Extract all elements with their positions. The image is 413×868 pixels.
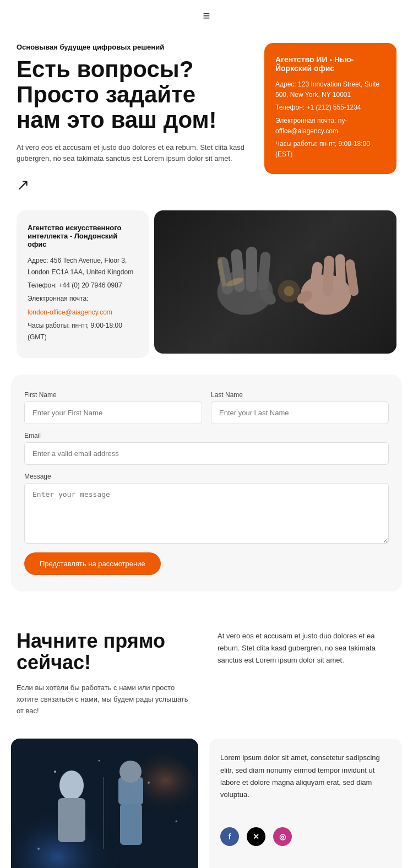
first-name-label: First Name [24,391,202,399]
svg-rect-11 [335,254,346,296]
start-right: At vero eos et accusam et justo duo dolo… [218,630,396,666]
message-label: Message [24,473,389,480]
bottom-image [11,739,198,868]
contact-form-section: First Name Last Name Email Message Предс… [11,375,402,592]
svg-point-21 [148,782,150,784]
london-address: Адрес: 456 Tech Avenue, Floor 3, London … [28,255,138,278]
last-name-input[interactable] [211,402,389,424]
last-name-label: Last Name [211,391,389,399]
start-section: Начните прямо сейчас! Если вы хотели бы … [0,608,413,734]
svg-rect-3 [246,247,257,292]
first-name-input[interactable] [24,402,202,424]
svg-point-19 [54,771,56,773]
start-title: Начните прямо сейчас! [17,630,195,674]
london-hours: Часы работы: пн-пт, 9:00-18:00 (GMT) [28,320,138,343]
london-card: Агентство искусственного интеллекта - Ло… [17,210,149,358]
email-label: Email [24,432,389,440]
submit-button[interactable]: Представлять на рассмотрение [24,552,161,575]
bottom-right-text: Lorem ipsum dolor sit amet, consetetur s… [220,752,391,800]
hamburger-icon[interactable]: ≡ [203,9,210,23]
message-group: Message [24,473,389,544]
orange-card: Агентство ИИ - Нью-Йоркский офис Адрес: … [264,43,396,174]
email-group: Email [24,432,389,465]
svg-point-25 [59,771,84,800]
svg-rect-26 [58,798,85,842]
bottom-right-card: Lorem ipsum dolor sit amet, consetetur s… [209,739,402,868]
hero-title: Есть вопросы?Просто задайтенам это ваш д… [17,57,253,133]
orange-card-email: Электронная почта: ny-office@aiagency.co… [275,116,385,137]
start-left: Начните прямо сейчас! Если вы хотели бы … [17,630,195,717]
london-card-title: Агентство искусственного интеллекта - Ло… [28,224,138,248]
london-email[interactable]: london-office@aiagency.com [28,307,138,318]
hero-description: At vero eos et accusam et justo duo dolo… [17,142,248,165]
bottom-image-visual [11,739,198,868]
svg-point-20 [99,760,100,762]
bottom-section: Lorem ipsum dolor sit amet, consetetur s… [11,739,402,868]
orange-card-title: Агентство ИИ - Нью-Йоркский офис [275,55,385,73]
arrow-icon: ↗ [17,176,253,194]
svg-rect-10 [322,256,334,296]
header: ≡ [0,0,413,32]
start-right-text: At vero eos et accusam et justo duo dolo… [218,630,396,666]
svg-rect-29 [120,804,142,845]
last-name-group: Last Name [211,391,389,424]
svg-point-23 [37,848,40,850]
svg-point-15 [284,286,294,296]
start-description: Если вы хотели бы работать с нами или пр… [17,682,195,717]
orange-card-address: Адрес: 123 Innovation Street, Suite 500,… [275,79,385,100]
svg-point-28 [119,761,142,783]
social-icons: f ✕ ◎ [220,827,391,846]
svg-point-22 [176,821,177,822]
two-col-section: Агентство искусственного интеллекта - Ло… [17,210,396,358]
email-input[interactable] [24,442,389,465]
london-email-label: Электронная почта: [28,293,138,304]
hero-left: Основывая будущее цифровых решений Есть … [17,43,253,194]
robot-image [154,210,396,354]
x-icon[interactable]: ✕ [247,827,265,846]
orange-card-phone: Телефон: +1 (212) 555-1234 [275,102,385,113]
first-name-group: First Name [24,391,202,424]
instagram-icon[interactable]: ◎ [273,827,292,846]
message-input[interactable] [24,483,389,544]
hero-subtitle: Основывая будущее цифровых решений [17,43,253,51]
name-row: First Name Last Name [24,391,389,424]
hero-section: Основывая будущее цифровых решений Есть … [0,32,413,210]
orange-card-hours: Часы работы: пн-пт, 9:00-18:00 (EST) [275,139,385,160]
facebook-icon[interactable]: f [220,827,239,846]
london-phone: Телефон: +44 (0) 20 7946 0987 [28,280,138,291]
